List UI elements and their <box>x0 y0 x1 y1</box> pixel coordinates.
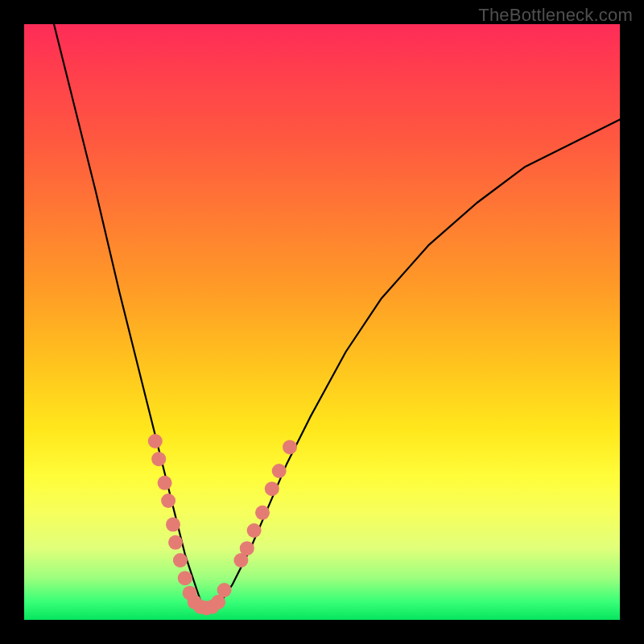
bottleneck-curve <box>54 24 620 608</box>
chart-svg <box>24 24 620 620</box>
data-point <box>265 481 279 496</box>
plot-area <box>24 24 620 620</box>
data-point <box>240 541 254 555</box>
data-point <box>173 553 188 568</box>
chart-frame: TheBottleneck.com <box>0 0 644 644</box>
data-point <box>158 476 172 490</box>
data-point <box>166 518 180 532</box>
data-point <box>168 535 183 550</box>
marker-group <box>148 434 297 615</box>
data-point <box>161 493 175 508</box>
data-point <box>217 583 232 597</box>
data-point <box>272 464 287 478</box>
data-point <box>178 571 192 585</box>
data-point <box>247 523 262 538</box>
data-point <box>148 434 163 448</box>
watermark-text: TheBottleneck.com <box>478 5 633 26</box>
data-point <box>255 506 270 520</box>
data-point <box>283 440 297 454</box>
data-point <box>151 452 166 466</box>
